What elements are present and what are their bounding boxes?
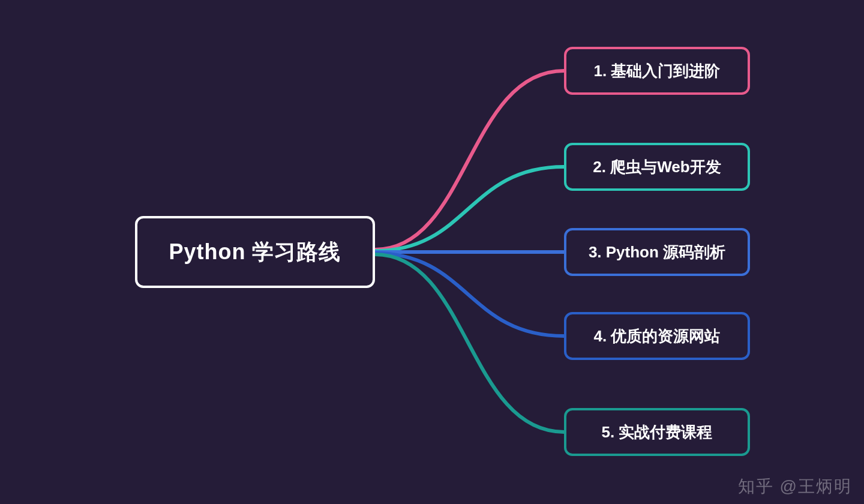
child-node-label: 4. 优质的资源网站 bbox=[594, 326, 721, 347]
child-node-label: 1. 基础入门到进阶 bbox=[594, 61, 721, 82]
child-node-3[interactable]: 3. Python 源码剖析 bbox=[564, 228, 750, 276]
child-node-4[interactable]: 4. 优质的资源网站 bbox=[564, 312, 750, 360]
child-node-5[interactable]: 5. 实战付费课程 bbox=[564, 408, 750, 456]
mindmap-canvas: Python 学习路线 1. 基础入门到进阶 2. 爬虫与Web开发 3. Py… bbox=[0, 0, 864, 504]
root-node-label: Python 学习路线 bbox=[169, 238, 341, 267]
root-node[interactable]: Python 学习路线 bbox=[135, 216, 375, 288]
child-node-2[interactable]: 2. 爬虫与Web开发 bbox=[564, 143, 750, 191]
child-node-label: 3. Python 源码剖析 bbox=[589, 242, 725, 263]
child-node-label: 5. 实战付费课程 bbox=[602, 422, 713, 443]
child-node-1[interactable]: 1. 基础入门到进阶 bbox=[564, 47, 750, 95]
child-node-label: 2. 爬虫与Web开发 bbox=[593, 157, 721, 178]
watermark-text: 知乎 @王炳明 bbox=[738, 475, 852, 498]
